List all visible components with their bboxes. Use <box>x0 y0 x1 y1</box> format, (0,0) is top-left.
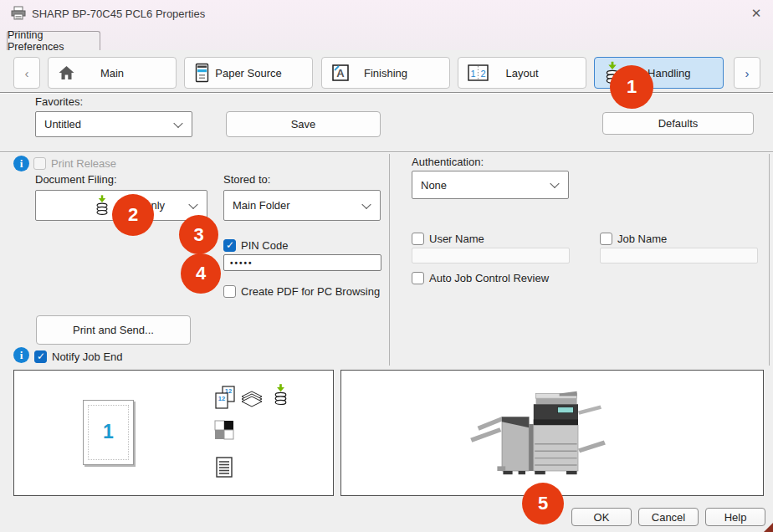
stored-to-label: Stored to: <box>223 173 270 186</box>
step-badge-5: 5 <box>522 483 564 524</box>
finishing-icon: A <box>331 64 350 82</box>
user-name-option[interactable]: User Name <box>412 233 484 245</box>
chevron-down-icon <box>361 199 371 208</box>
user-name-label: User Name <box>429 233 484 245</box>
step-badge-3: 3 <box>179 215 218 254</box>
chevron-down-icon <box>173 118 182 127</box>
authentication-label: Authentication: <box>412 156 484 168</box>
layout-icon: 1 2 <box>468 64 489 81</box>
stored-to-value: Main Folder <box>233 199 290 212</box>
close-icon[interactable]: ✕ <box>740 0 773 27</box>
separator <box>0 93 773 94</box>
step-badge-2: 2 <box>112 194 154 236</box>
info-icon: i <box>13 156 29 171</box>
tab-scroll-right-button[interactable]: › <box>734 57 760 89</box>
tab-finishing[interactable]: A Finishing <box>321 57 450 89</box>
save-button[interactable]: Save <box>226 111 381 137</box>
favorites-label: Favorites: <box>35 95 83 108</box>
separator <box>0 152 773 153</box>
user-name-input[interactable] <box>412 248 570 263</box>
layout-digit-1: 1 <box>470 69 475 79</box>
job-handling-icon <box>95 195 110 216</box>
paper-source-icon <box>194 63 210 83</box>
authentication-value: None <box>421 179 447 192</box>
step-badge-1: 1 <box>610 65 653 109</box>
tab-main[interactable]: Main <box>48 57 177 89</box>
pin-code-label: PIN Code <box>241 239 288 252</box>
favorites-dropdown[interactable]: Untitled <box>35 111 192 137</box>
document-lines-icon <box>215 456 233 478</box>
tab-layout[interactable]: 1 2 Layout <box>458 57 586 89</box>
auto-job-control-label: Auto Job Control Review <box>429 272 549 284</box>
printer-properties-dialog: SHARP BP-70C45 PCL6 Properties ✕ Printin… <box>0 0 773 532</box>
job-name-checkbox[interactable] <box>600 233 612 245</box>
tab-label: Layout <box>505 67 538 79</box>
document-filing-label: Document Filing: <box>35 173 117 186</box>
info-icon: i <box>13 347 29 363</box>
auto-job-control-option[interactable]: Auto Job Control Review <box>412 272 549 284</box>
pin-code-input[interactable]: ••••• <box>223 254 381 271</box>
two-sided-pages-icon: 12 12 <box>213 385 237 410</box>
cancel-button[interactable]: Cancel <box>638 508 699 526</box>
title-bar: SHARP BP-70C45 PCL6 Properties ✕ <box>0 0 773 50</box>
defaults-button[interactable]: Defaults <box>602 112 754 135</box>
favorites-value: Untitled <box>44 118 81 130</box>
print-release-label: Print Release <box>51 157 116 170</box>
create-pdf-checkbox[interactable] <box>223 285 236 298</box>
page-preview: 1 <box>83 400 134 465</box>
resize-grip[interactable] <box>764 523 773 532</box>
create-pdf-label: Create PDF for PC Browsing <box>241 285 380 298</box>
tab-printing-preferences[interactable]: Printing Preferences <box>7 31 100 50</box>
home-icon <box>58 65 75 81</box>
tab-label: Main <box>100 67 124 79</box>
user-name-checkbox[interactable] <box>412 233 424 245</box>
tab-scroll-left-button[interactable]: ‹ <box>13 57 40 89</box>
job-name-input[interactable] <box>600 248 758 263</box>
section-divider <box>769 154 770 366</box>
chevron-down-icon <box>550 179 559 188</box>
stored-to-dropdown[interactable]: Main Folder <box>223 190 381 221</box>
notify-job-end-checkbox[interactable] <box>34 350 47 363</box>
tab-label: Paper Source <box>215 67 282 79</box>
window-title: SHARP BP-70C45 PCL6 Properties <box>32 8 205 20</box>
section-divider <box>389 154 390 366</box>
notify-job-end-option[interactable]: Notify Job End <box>34 350 123 363</box>
pin-code-option[interactable]: PIN Code <box>223 239 288 252</box>
print-and-send-button[interactable]: Print and Send... <box>36 315 191 345</box>
create-pdf-option[interactable]: Create PDF for PC Browsing <box>223 285 380 298</box>
layout-digit-2: 2 <box>480 69 485 79</box>
pin-code-checkbox[interactable] <box>223 239 236 252</box>
finishing-letter: A <box>336 67 345 79</box>
print-release-option[interactable]: Print Release <box>33 157 116 170</box>
help-button[interactable]: Help <box>705 508 765 526</box>
chevron-down-icon <box>188 199 197 208</box>
printer-icon <box>10 6 27 23</box>
auto-job-control-checkbox[interactable] <box>412 272 424 284</box>
printer-image <box>467 383 613 479</box>
job-name-option[interactable]: Job Name <box>600 233 667 245</box>
paper-stack-icon <box>240 388 264 408</box>
page-number: 1 <box>84 421 133 443</box>
ok-button[interactable]: OK <box>571 508 632 526</box>
print-release-checkbox[interactable] <box>33 157 46 170</box>
color-mode-icon <box>214 420 234 440</box>
tab-paper-source[interactable]: Paper Source <box>184 57 313 89</box>
job-name-label: Job Name <box>617 233 667 245</box>
job-handling-icon <box>273 384 289 406</box>
notify-job-end-label: Notify Job End <box>52 350 123 363</box>
authentication-dropdown[interactable]: None <box>412 171 569 199</box>
step-badge-4: 4 <box>181 253 221 294</box>
pages-digits: 12 <box>218 395 225 402</box>
tab-label: Finishing <box>364 67 407 79</box>
